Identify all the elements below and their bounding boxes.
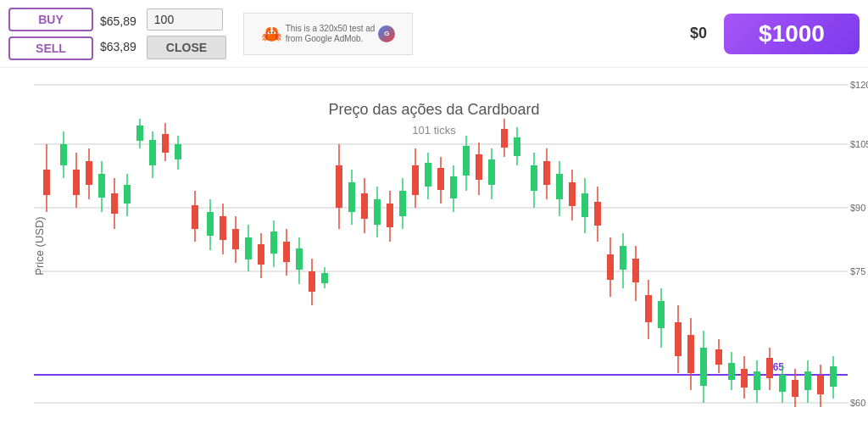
svg-rect-65 [425,163,431,187]
svg-rect-71 [463,146,470,176]
svg-rect-79 [514,137,520,156]
svg-rect-35 [232,229,239,249]
price-75: $75 [850,266,865,276]
svg-rect-115 [754,371,760,390]
svg-rect-49 [321,273,328,283]
ad-text-1: This is a 320x50 test ad [286,24,376,34]
action-group: CLOSE [147,8,226,59]
svg-rect-97 [632,259,639,282]
chart-svg: $120 $105 $90 $75 $60 $65 Preço das açõe… [0,68,868,424]
svg-rect-69 [450,176,457,198]
svg-rect-107 [700,348,707,386]
chart-area: Price (USD) $120 $105 $90 $75 $60 $65 Pr… [0,68,868,424]
svg-rect-61 [399,191,406,216]
svg-rect-109 [715,349,722,365]
svg-rect-95 [620,246,626,270]
sell-price-label: $63,89 [100,36,136,57]
svg-rect-123 [804,371,811,390]
svg-rect-121 [792,380,798,397]
svg-rect-127 [830,366,837,387]
svg-rect-55 [361,193,368,219]
svg-rect-31 [207,212,214,236]
svg-rect-37 [245,237,252,259]
svg-rect-93 [607,254,614,280]
svg-rect-29 [192,205,198,229]
price-group: $65,89 $63,89 [100,11,136,57]
svg-rect-67 [437,168,444,190]
svg-rect-19 [124,185,131,204]
svg-rect-59 [387,204,393,227]
top-bar: BUY SELL $65,89 $63,89 CLOSE 🦀 This is a… [0,0,868,68]
svg-rect-15 [98,174,105,198]
svg-rect-85 [556,174,563,199]
svg-rect-125 [817,376,824,394]
svg-rect-77 [501,129,508,148]
chart-subtitle: 101 ticks [412,124,456,137]
svg-rect-53 [348,182,355,212]
svg-rect-119 [779,375,786,392]
svg-rect-75 [488,159,495,185]
sell-button[interactable]: SELL [8,36,93,60]
svg-rect-47 [309,271,315,292]
svg-rect-45 [296,248,303,270]
price-90: $90 [850,203,865,213]
svg-rect-57 [374,199,381,225]
buy-button[interactable]: BUY [8,8,93,31]
svg-rect-87 [569,182,576,206]
svg-rect-9 [60,144,67,165]
svg-rect-33 [220,216,226,240]
svg-rect-41 [270,232,277,254]
svg-rect-11 [73,170,80,195]
svg-rect-99 [645,295,652,322]
ad-crab-icon: 🦀 [261,24,282,44]
buy-price-label: $65,89 [100,11,136,31]
svg-rect-117 [766,358,773,378]
balance-zero: $0 [690,25,707,42]
svg-rect-43 [283,242,290,262]
price-105: $105 [850,139,868,149]
price-60: $60 [850,398,865,408]
svg-rect-21 [136,126,143,141]
svg-rect-7 [43,170,50,195]
quantity-input[interactable] [147,8,223,31]
svg-rect-83 [543,161,550,185]
svg-rect-25 [162,134,169,153]
svg-rect-105 [687,335,694,373]
close-button[interactable]: CLOSE [147,36,226,59]
ad-text-2: from Google AdMob. [286,34,376,44]
ad-banner: 🦀 This is a 320x50 test ad from Google A… [243,13,413,55]
chart-title: Preço das ações da Cardboard [328,101,539,118]
svg-rect-81 [531,165,537,191]
admob-logo: G [378,25,395,42]
svg-rect-73 [476,154,482,180]
svg-rect-23 [149,140,156,165]
svg-rect-17 [111,193,118,214]
svg-rect-111 [728,363,735,380]
svg-rect-101 [658,301,665,328]
svg-rect-89 [581,193,588,217]
svg-rect-103 [675,322,682,356]
svg-rect-113 [741,369,748,388]
balance-main: $1000 [724,14,860,54]
buy-sell-group: BUY SELL [8,8,93,60]
svg-rect-51 [336,165,342,208]
svg-rect-39 [258,244,264,265]
price-120: $120 [850,80,868,90]
svg-rect-63 [412,165,419,195]
svg-rect-27 [175,144,181,159]
svg-rect-13 [86,161,92,185]
svg-rect-91 [594,202,601,226]
